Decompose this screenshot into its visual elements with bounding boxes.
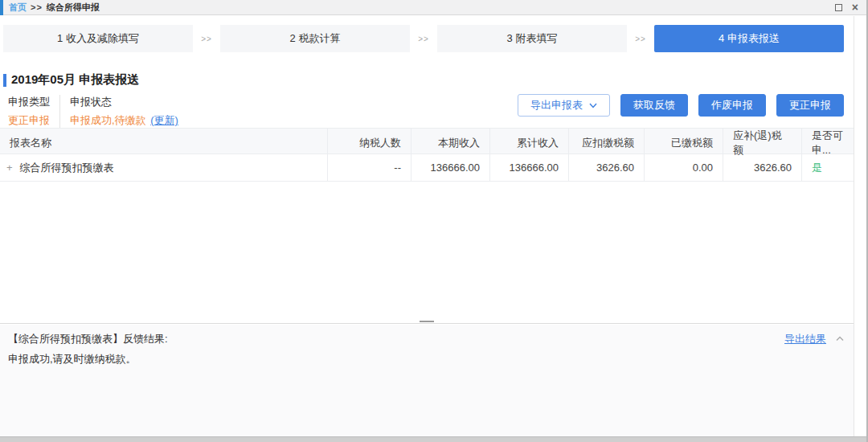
breadcrumb-current: 综合所得申报	[47, 2, 100, 14]
report-table: 报表名称 纳税人数 本期收入 累计收入 应扣缴税额 已缴税额 应补(退)税额 是…	[0, 128, 854, 182]
declaration-type-value: 更正申报	[8, 113, 50, 128]
declarable-flag: 是	[802, 154, 854, 181]
chevron-down-icon	[589, 103, 597, 108]
withholding-tax-cell: 3626.60	[569, 154, 645, 181]
declaration-status-label: 申报状态	[70, 95, 178, 109]
step-tab-attachments[interactable]: 3 附表填写	[437, 25, 627, 52]
column-header-report-name: 报表名称	[0, 129, 328, 158]
expand-icon[interactable]: +	[6, 162, 13, 174]
table-header-row: 报表名称 纳税人数 本期收入 累计收入 应扣缴税额 已缴税额 应补(退)税额 是…	[0, 128, 854, 154]
vertical-scrollbar[interactable]	[854, 16, 865, 436]
page-title: 2019年05月 申报表报送	[11, 72, 139, 88]
toolbar: 导出申报表 获取反馈 作废申报 更正申报	[518, 94, 844, 117]
column-header-paid-tax: 已缴税额	[645, 129, 723, 158]
declaration-meta: 申报类型 更正申报 申报状态 申报成功,待缴款 (更新)	[8, 95, 178, 128]
report-name: 综合所得预扣预缴表	[20, 161, 114, 175]
window-bottom-edge	[0, 436, 866, 442]
feedback-panel: 【综合所得预扣预缴表】反馈结果: 申报成功,请及时缴纳税款。 导出结果	[0, 325, 854, 436]
meta-divider	[59, 95, 60, 128]
column-header-declarable: 是否可申...	[802, 129, 854, 158]
status-update-link[interactable]: (更新)	[150, 114, 178, 126]
app-window: 首页 >> 综合所得申报 × 1 收入及减除填写 >> 2 税款计算 >> 3 …	[0, 0, 868, 442]
declaration-status-value: 申报成功,待缴款	[70, 114, 146, 126]
step-tab-submit[interactable]: 4 申报表报送	[654, 25, 844, 52]
taxpayer-count-cell: --	[328, 154, 411, 181]
breadcrumb-bar: 首页 >> 综合所得申报 ×	[0, 0, 866, 15]
step-separator: >>	[193, 35, 220, 43]
chevron-up-icon[interactable]	[836, 335, 844, 343]
maximize-icon[interactable]	[835, 4, 842, 11]
column-header-withholding-tax: 应扣缴税额	[569, 129, 645, 158]
breadcrumb-home-link[interactable]: 首页	[9, 2, 27, 14]
step-separator: >>	[410, 35, 437, 43]
close-icon[interactable]: ×	[852, 2, 858, 13]
column-header-payable-refund-tax: 应补(退)税额	[723, 129, 802, 158]
export-report-button[interactable]: 导出申报表	[518, 94, 610, 117]
payable-refund-tax-cell: 3626.60	[723, 154, 802, 181]
breadcrumb-separator: >>	[31, 2, 43, 12]
step-separator: >>	[627, 35, 654, 43]
feedback-message: 申报成功,请及时缴纳税款。	[8, 352, 845, 366]
column-header-current-income: 本期收入	[411, 129, 490, 158]
declaration-type-label: 申报类型	[8, 95, 50, 109]
current-income-cell: 136666.00	[411, 154, 490, 181]
column-header-taxpayer-count: 纳税人数	[328, 129, 411, 158]
section-title-row: 2019年05月 申报表报送	[3, 72, 139, 88]
breadcrumb-accent-bar	[0, 0, 3, 15]
step-tab-income[interactable]: 1 收入及减除填写	[3, 25, 193, 52]
get-feedback-button[interactable]: 获取反馈	[620, 94, 688, 117]
step-wizard: 1 收入及减除填写 >> 2 税款计算 >> 3 附表填写 >> 4 申报表报送	[3, 25, 844, 52]
correct-declaration-button[interactable]: 更正申报	[776, 94, 844, 117]
title-accent-bar	[3, 74, 6, 87]
accumulated-income-cell: 136666.00	[490, 154, 569, 181]
column-header-accumulated-income: 累计收入	[490, 129, 569, 158]
paid-tax-cell: 0.00	[645, 154, 723, 181]
export-result-link[interactable]: 导出结果	[784, 332, 826, 346]
step-tab-tax-calc[interactable]: 2 税款计算	[220, 25, 410, 52]
export-report-label: 导出申报表	[530, 98, 583, 113]
table-row[interactable]: + 综合所得预扣预缴表 -- 136666.00 136666.00 3626.…	[0, 154, 854, 182]
void-declaration-button[interactable]: 作废申报	[698, 94, 766, 117]
feedback-title: 【综合所得预扣预缴表】反馈结果:	[8, 332, 845, 346]
window-controls: ×	[835, 2, 866, 13]
